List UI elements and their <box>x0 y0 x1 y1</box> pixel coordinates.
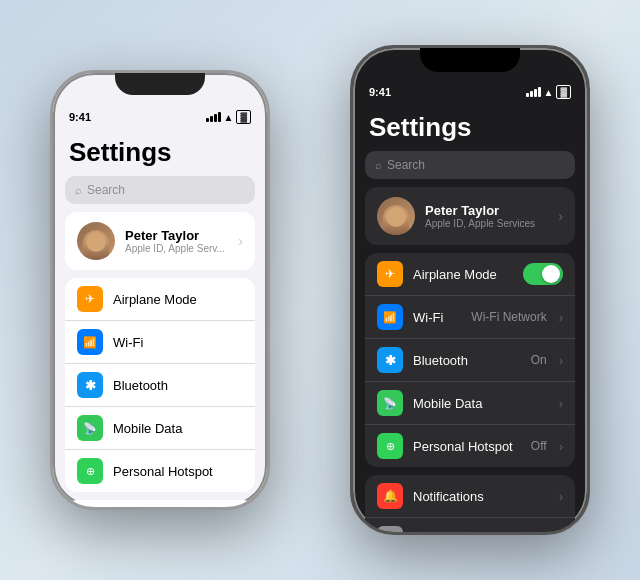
dark-bluetooth-label: Bluetooth <box>413 353 521 368</box>
bluetooth-label: Bluetooth <box>113 378 243 393</box>
dark-profile-chevron: › <box>558 208 563 224</box>
list-item[interactable]: ✈ Airplane Mode <box>365 253 575 296</box>
dark-airplane-label: Airplane Mode <box>413 267 513 282</box>
dark-bluetooth-icon: ✱ <box>377 347 403 373</box>
dark-avatar-figure <box>383 205 409 235</box>
bluetooth-icon: ✱ <box>77 372 103 398</box>
dark-wifi-chevron: › <box>559 310 563 325</box>
dark-notif-chevron: › <box>559 489 563 504</box>
dark-hotspot-value: Off <box>531 439 547 453</box>
dark-search-text: Search <box>387 158 425 172</box>
dark-control-centre-icon: ⊞ <box>377 526 403 532</box>
light-settings-title: Settings <box>53 129 267 172</box>
wifi-settings-icon: 📶 <box>77 329 103 355</box>
dark-wifi-icon: ▲ <box>544 87 554 98</box>
dark-profile-info: Peter Taylor Apple ID, Apple Services <box>425 203 548 229</box>
light-search-bar[interactable]: ⌕ Search <box>65 176 255 204</box>
airplane-toggle[interactable] <box>523 263 563 285</box>
phones-container: 9:41 ▲ ▓ Settings <box>20 10 620 570</box>
list-item[interactable]: 🔔 Notifications › <box>365 475 575 518</box>
mobile-data-label: Mobile Data <box>113 421 243 436</box>
dark-group-1: ✈ Airplane Mode 📶 Wi-Fi Wi-Fi Network › … <box>365 253 575 467</box>
dark-airplane-icon: ✈ <box>377 261 403 287</box>
light-content: 9:41 ▲ ▓ Settings <box>53 73 267 507</box>
light-status-time: 9:41 <box>69 111 91 123</box>
list-item[interactable]: ⊕ Personal Hotspot Off › <box>365 425 575 467</box>
dark-status-icons: ▲ ▓ <box>526 85 571 99</box>
signal-icon <box>206 112 221 122</box>
airplane-icon: ✈ <box>77 286 103 312</box>
dark-wifi-value: Wi-Fi Network <box>471 310 546 324</box>
light-screen: 9:41 ▲ ▓ Settings <box>53 73 267 507</box>
list-item[interactable]: 📶 Wi-Fi <box>65 321 255 364</box>
wifi-label: Wi-Fi <box>113 335 243 350</box>
dark-mobile-data-icon: 📡 <box>377 390 403 416</box>
dark-battery-icon: ▓ <box>556 85 571 99</box>
light-status-icons: ▲ ▓ <box>206 110 251 124</box>
dark-hotspot-chevron: › <box>559 439 563 454</box>
hotspot-label: Personal Hotspot <box>113 464 243 479</box>
light-status-bar: 9:41 ▲ ▓ <box>53 101 267 129</box>
avatar-head <box>86 232 106 252</box>
dark-hotspot-icon: ⊕ <box>377 433 403 459</box>
light-profile-card[interactable]: Peter Taylor Apple ID, Apple Serv... › <box>65 212 255 270</box>
hotspot-icon: ⊕ <box>77 458 103 484</box>
dark-profile-card[interactable]: Peter Taylor Apple ID, Apple Services › <box>365 187 575 245</box>
light-group-1: ✈ Airplane Mode 📶 Wi-Fi ✱ Bluetooth 📡 Mo… <box>65 278 255 492</box>
dark-cc-chevron: › <box>559 532 563 533</box>
dark-avatar <box>377 197 415 235</box>
dark-screen: 9:41 ▲ ▓ Settings <box>353 48 587 532</box>
dark-status-time: 9:41 <box>369 86 391 98</box>
airplane-label: Airplane Mode <box>113 292 243 307</box>
dark-search-icon: ⌕ <box>375 159 382 171</box>
dark-notifications-icon: 🔔 <box>377 483 403 509</box>
mobile-data-icon: 📡 <box>77 415 103 441</box>
dark-notch <box>420 48 520 72</box>
dark-wifi-settings-icon: 📶 <box>377 304 403 330</box>
list-item[interactable]: ⊞ Control Centre › <box>365 518 575 532</box>
list-item[interactable]: 🔔 Notifications <box>65 500 255 507</box>
dark-control-centre-label: Control Centre <box>413 532 547 533</box>
light-group-2: 🔔 Notifications ⊞ Control Centre ☽ Do No… <box>65 500 255 507</box>
dark-mobile-data-label: Mobile Data <box>413 396 547 411</box>
light-avatar <box>77 222 115 260</box>
light-profile-info: Peter Taylor Apple ID, Apple Serv... <box>125 228 228 254</box>
dark-mobile-chevron: › <box>559 396 563 411</box>
light-phone: 9:41 ▲ ▓ Settings <box>50 70 270 510</box>
dark-wifi-label: Wi-Fi <box>413 310 461 325</box>
dark-profile-sub: Apple ID, Apple Services <box>425 218 548 229</box>
avatar-figure <box>83 230 109 260</box>
list-item[interactable]: ✱ Bluetooth <box>65 364 255 407</box>
wifi-icon: ▲ <box>224 112 234 123</box>
dark-profile-name: Peter Taylor <box>425 203 548 218</box>
dark-search-bar[interactable]: ⌕ Search <box>365 151 575 179</box>
dark-status-bar: 9:41 ▲ ▓ <box>353 76 587 104</box>
light-notch <box>115 73 205 95</box>
list-item[interactable]: 📶 Wi-Fi Wi-Fi Network › <box>365 296 575 339</box>
dark-content: 9:41 ▲ ▓ Settings <box>353 48 587 532</box>
list-item[interactable]: ✈ Airplane Mode <box>65 278 255 321</box>
dark-avatar-head <box>386 207 406 227</box>
light-search-icon: ⌕ <box>75 184 82 196</box>
list-item[interactable]: 📡 Mobile Data › <box>365 382 575 425</box>
light-profile-sub: Apple ID, Apple Serv... <box>125 243 228 254</box>
list-item[interactable]: 📡 Mobile Data <box>65 407 255 450</box>
dark-notifications-label: Notifications <box>413 489 547 504</box>
light-profile-name: Peter Taylor <box>125 228 228 243</box>
light-search-text: Search <box>87 183 125 197</box>
light-profile-chevron: › <box>238 233 243 249</box>
dark-signal-icon <box>526 87 541 97</box>
dark-settings-title: Settings <box>353 104 587 147</box>
list-item[interactable]: ⊕ Personal Hotspot <box>65 450 255 492</box>
list-item[interactable]: ✱ Bluetooth On › <box>365 339 575 382</box>
dark-bluetooth-chevron: › <box>559 353 563 368</box>
dark-hotspot-label: Personal Hotspot <box>413 439 521 454</box>
dark-group-2: 🔔 Notifications › ⊞ Control Centre › ☽ D… <box>365 475 575 532</box>
battery-icon: ▓ <box>236 110 251 124</box>
dark-phone: 9:41 ▲ ▓ Settings <box>350 45 590 535</box>
dark-bluetooth-value: On <box>531 353 547 367</box>
